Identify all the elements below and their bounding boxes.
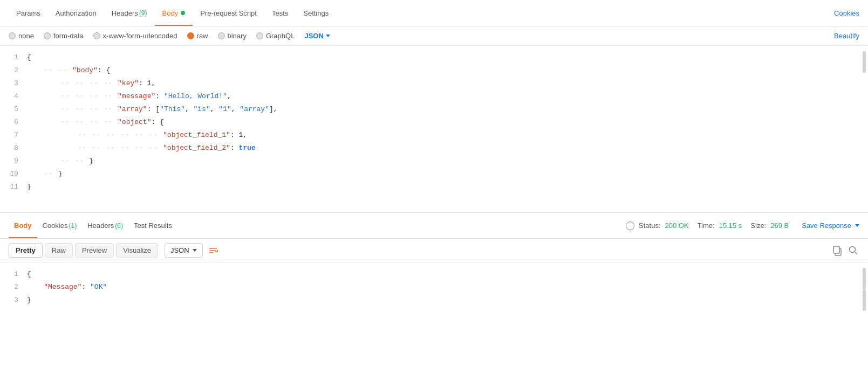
- time-value: 15.15 s: [719, 221, 742, 230]
- body-type-form-data[interactable]: form-data: [44, 32, 84, 40]
- size-value: 269 B: [770, 221, 789, 230]
- svg-rect-4: [833, 246, 839, 253]
- format-pretty-button[interactable]: Pretty: [9, 243, 43, 258]
- cookies-button[interactable]: Cookies: [834, 9, 859, 17]
- response-code-editor[interactable]: 1 { 2 "Message": "OK" 3 }: [0, 262, 868, 316]
- response-tab-test-results[interactable]: Test Results: [128, 213, 177, 238]
- response-meta: Status: 200 OK Time: 15.15 s Size: 269 B…: [626, 221, 859, 230]
- response-tab-bar: Body Cookies (1) Headers (6) Test Result…: [0, 213, 868, 239]
- scrollbar-request[interactable]: [863, 51, 866, 73]
- body-type-none[interactable]: none: [9, 32, 34, 40]
- json-type-dropdown[interactable]: JSON: [304, 32, 330, 40]
- right-icons: [831, 245, 859, 257]
- tab-tests[interactable]: Tests: [264, 0, 296, 26]
- radio-urlencoded: [93, 32, 100, 39]
- radio-none: [9, 32, 16, 39]
- svg-point-5: [850, 246, 856, 252]
- request-line-9: 9 ·· ·· }: [0, 155, 868, 168]
- request-line-8: 8 ·· ·· ·· ·· ·· ·· "object_field_2": tr…: [0, 142, 868, 155]
- request-line-5: 5 ·· ·· ·· ·· "array": ["This", "is", "1…: [0, 103, 868, 116]
- save-response-button[interactable]: Save Response: [802, 221, 859, 230]
- wrap-text-button[interactable]: [207, 244, 220, 257]
- request-line-7: 7 ·· ·· ·· ·· ·· ·· "object_field_1": 1,: [0, 129, 868, 142]
- radio-form-data: [44, 32, 51, 39]
- format-preview-button[interactable]: Preview: [75, 243, 114, 258]
- globe-icon: [626, 221, 634, 230]
- chevron-down-icon: [326, 34, 330, 37]
- radio-graphql: [256, 32, 263, 39]
- top-tab-bar: Params Authorization Headers(9) Body Pre…: [0, 0, 868, 26]
- response-tab-cookies[interactable]: Cookies (1): [37, 213, 83, 238]
- response-tab-headers[interactable]: Headers (6): [82, 213, 128, 238]
- body-active-dot: [181, 11, 185, 15]
- response-line-1: 1 {: [0, 268, 868, 281]
- radio-raw: [187, 32, 194, 39]
- chevron-down-icon: [193, 249, 197, 252]
- request-line-6: 6 ·· ·· ·· ·· "object": {: [0, 116, 868, 129]
- request-code-lines: 1 { 2 ·· ·· "body": { 3 ·· ·· ·· ·· "key…: [0, 51, 868, 193]
- response-line-2: 2 "Message": "OK": [0, 281, 868, 294]
- response-format-bar: Pretty Raw Preview Visualize JSON: [0, 239, 868, 262]
- response-code-lines: 1 { 2 "Message": "OK" 3 }: [0, 268, 868, 307]
- status-value: 200 OK: [665, 221, 689, 230]
- scrollbar-response-bottom[interactable]: [863, 289, 866, 311]
- request-line-3: 3 ·· ·· ·· ·· "key": 1,: [0, 77, 868, 90]
- body-type-raw[interactable]: raw: [187, 32, 208, 40]
- copy-button[interactable]: [831, 245, 843, 257]
- response-json-dropdown[interactable]: JSON: [165, 243, 203, 258]
- tab-authorization[interactable]: Authorization: [48, 0, 104, 26]
- scrollbar-response-top[interactable]: [863, 268, 866, 289]
- response-tab-body[interactable]: Body: [9, 213, 37, 238]
- body-type-binary[interactable]: binary: [218, 32, 247, 40]
- chevron-down-icon: [855, 224, 859, 227]
- request-line-1: 1 {: [0, 51, 868, 64]
- request-line-10: 10 ·· }: [0, 168, 868, 181]
- response-line-3: 3 }: [0, 294, 868, 307]
- svg-line-6: [855, 252, 858, 254]
- beautify-button[interactable]: Beautify: [834, 32, 859, 40]
- body-type-graphql[interactable]: GraphQL: [256, 32, 295, 40]
- request-line-2: 2 ·· ·· "body": {: [0, 64, 868, 77]
- tab-headers[interactable]: Headers(9): [104, 0, 155, 26]
- wrap-icon-svg: [208, 245, 219, 256]
- tab-body[interactable]: Body: [155, 0, 193, 26]
- radio-binary: [218, 32, 225, 39]
- request-code-editor[interactable]: 1 { 2 ·· ·· "body": { 3 ·· ·· ·· ·· "key…: [0, 46, 868, 213]
- body-type-bar: none form-data x-www-form-urlencoded raw…: [0, 26, 868, 46]
- format-raw-button[interactable]: Raw: [45, 243, 73, 258]
- tab-params[interactable]: Params: [9, 0, 48, 26]
- tab-pre-request[interactable]: Pre-request Script: [193, 0, 264, 26]
- format-visualize-button[interactable]: Visualize: [116, 243, 158, 258]
- tab-settings[interactable]: Settings: [296, 0, 336, 26]
- body-type-urlencoded[interactable]: x-www-form-urlencoded: [93, 32, 177, 40]
- response-section: Body Cookies (1) Headers (6) Test Result…: [0, 213, 868, 316]
- request-line-11: 11 }: [0, 181, 868, 193]
- request-line-4: 4 ·· ·· ·· ·· "message": "Hello, World!"…: [0, 90, 868, 103]
- search-button[interactable]: [848, 245, 859, 257]
